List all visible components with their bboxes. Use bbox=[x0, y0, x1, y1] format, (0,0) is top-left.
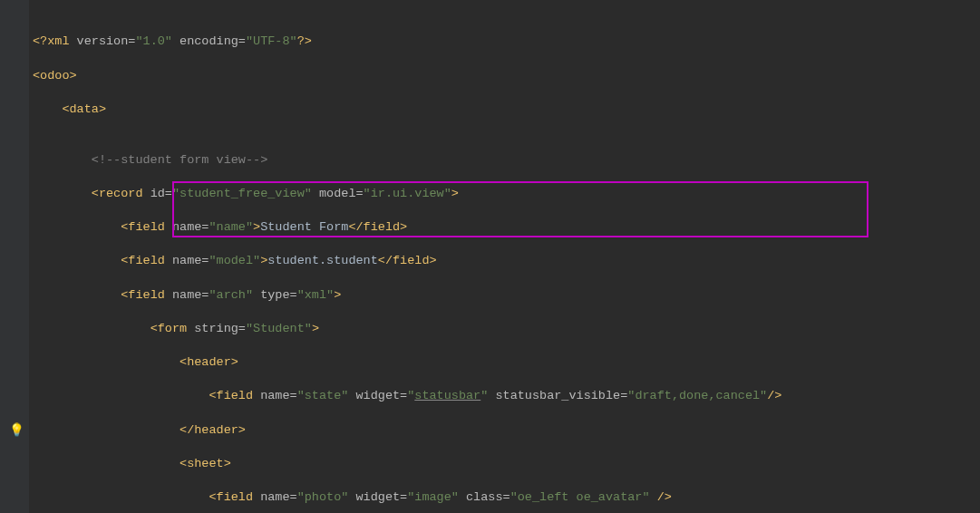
code-area[interactable]: <?xml version="1.0" encoding="UTF-8"?> <… bbox=[29, 0, 980, 513]
editor-gutter: 💡 bbox=[0, 0, 29, 513]
code-line: <sheet> bbox=[33, 456, 980, 473]
code-line: <field name="photo" widget="image" class… bbox=[33, 489, 980, 507]
code-line: <form string="Student"> bbox=[33, 321, 980, 338]
code-line: <header> bbox=[33, 354, 980, 372]
code-line: <field name="model">student.student</fie… bbox=[33, 253, 980, 270]
lightbulb-icon[interactable]: 💡 bbox=[9, 423, 24, 440]
code-line: <field name="state" widget="statusbar" s… bbox=[33, 388, 980, 405]
code-line: <field name="name">Student Form</field> bbox=[33, 219, 980, 237]
code-line: <odoo> bbox=[33, 68, 980, 85]
code-line: <record id="student_free_view" model="ir… bbox=[33, 186, 980, 203]
code-line: <!--student form view--> bbox=[33, 152, 980, 169]
code-editor[interactable]: 💡 <?xml version="1.0" encoding="UTF-8"?>… bbox=[0, 0, 980, 513]
code-line: </header> bbox=[33, 422, 980, 440]
code-line: <data> bbox=[33, 102, 980, 119]
code-line: <field name="arch" type="xml"> bbox=[33, 287, 980, 305]
code-line: <?xml version="1.0" encoding="UTF-8"?> bbox=[33, 34, 980, 51]
